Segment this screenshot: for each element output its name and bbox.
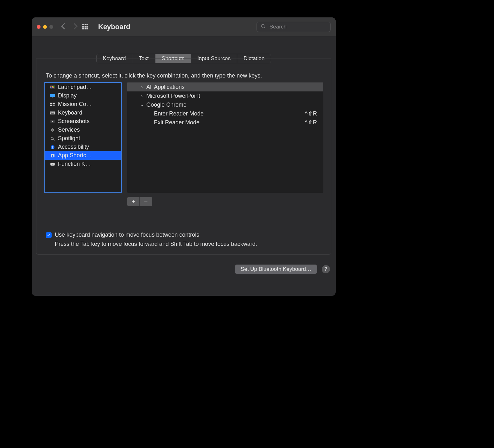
category-label: Function K… (58, 161, 91, 167)
svg-rect-20 (53, 112, 54, 113)
svg-line-1 (264, 27, 265, 28)
svg-rect-14 (53, 104, 55, 106)
remove-button[interactable]: − (140, 197, 152, 206)
search-icon (261, 24, 266, 30)
svg-point-33 (52, 146, 53, 146)
nav-buttons (62, 24, 77, 30)
add-button[interactable]: + (127, 197, 140, 206)
launchpad-icon (50, 85, 55, 90)
spotlight-icon (50, 136, 55, 141)
services-icon (50, 128, 55, 132)
category-list[interactable]: Launchpad…DisplayMission Co…KeyboardScre… (44, 82, 122, 193)
svg-rect-10 (52, 97, 54, 97)
accessibility-icon (50, 145, 55, 149)
preferences-window: Keyboard KeyboardTextShortcutsInput Sour… (32, 17, 336, 296)
shortcut-group-label: Microsoft PowerPoint (146, 93, 200, 99)
svg-rect-6 (50, 87, 51, 88)
instruction-text: To change a shortcut, select it, click t… (46, 72, 323, 79)
shortcut-item[interactable]: Enter Reader Mode^⇧R (127, 109, 323, 118)
shortcut-item[interactable]: Exit Reader Mode^⇧R (127, 118, 323, 127)
svg-rect-18 (52, 112, 53, 113)
category-label: Keyboard (58, 109, 82, 116)
svg-rect-17 (51, 112, 52, 113)
shortcut-item-label: Enter Reader Mode (154, 110, 204, 117)
svg-rect-19 (53, 112, 53, 113)
screenshots-icon (50, 119, 55, 124)
keyboard-nav-subtext: Press the Tab key to move focus forward … (55, 241, 323, 247)
keyboard-nav-label: Use keyboard navigation to move focus be… (55, 232, 199, 238)
shortcut-group-label: Google Chrome (146, 102, 187, 108)
category-launchpad[interactable]: Launchpad… (45, 83, 121, 91)
category-spotlight[interactable]: Spotlight (45, 134, 121, 143)
category-services[interactable]: Services (45, 126, 121, 134)
svg-rect-8 (53, 87, 54, 88)
svg-rect-5 (53, 86, 54, 87)
chevron-right-icon[interactable]: › (140, 84, 144, 90)
svg-point-25 (52, 129, 53, 130)
svg-rect-29 (54, 130, 55, 130)
search-input[interactable] (269, 23, 326, 30)
keyboard-icon (50, 111, 55, 115)
window-controls (37, 25, 53, 29)
category-label: Mission Co… (58, 101, 92, 108)
category-label: Accessibility (58, 144, 89, 150)
svg-rect-15 (50, 111, 55, 114)
shortcut-group[interactable]: ›All Applications (127, 83, 323, 91)
svg-rect-4 (52, 86, 53, 87)
close-button[interactable] (37, 25, 41, 29)
category-label: Launchpad… (58, 84, 92, 90)
bluetooth-keyboard-button[interactable]: Set Up Bluetooth Keyboard… (235, 264, 317, 274)
window-title: Keyboard (98, 23, 130, 31)
forward-button (72, 24, 77, 30)
back-button[interactable] (62, 24, 66, 30)
chevron-right-icon[interactable]: › (140, 93, 144, 98)
shortcuts-pane: To change a shortcut, select it, click t… (36, 59, 331, 255)
svg-rect-9 (50, 94, 55, 97)
shortcut-group-label: All Applications (146, 84, 185, 90)
shortcut-list[interactable]: ›All Applications›Microsoft PowerPoint⌄G… (127, 82, 323, 193)
category-function-k[interactable]: fnFunction K… (45, 160, 121, 168)
svg-point-23 (52, 121, 54, 122)
shortcut-group[interactable]: ›Microsoft PowerPoint (127, 91, 323, 100)
chevron-down-icon[interactable]: ⌄ (140, 102, 144, 107)
svg-rect-16 (50, 112, 51, 113)
shortcut-item-combo[interactable]: ^⇧R (305, 119, 317, 126)
svg-rect-12 (53, 103, 55, 104)
keyboard-nav-checkbox[interactable] (46, 232, 52, 238)
add-remove-toolbar: + − (127, 197, 323, 206)
category-screenshots[interactable]: Screenshots (45, 117, 121, 126)
display-icon (50, 94, 55, 98)
category-label: Display (58, 92, 77, 99)
category-label: Spotlight (58, 135, 80, 142)
svg-rect-27 (52, 131, 53, 132)
shortcut-group[interactable]: ⌄Google Chrome (127, 100, 323, 109)
svg-rect-13 (50, 104, 52, 106)
category-label: App Shortc… (58, 152, 92, 159)
category-keyboard[interactable]: Keyboard (45, 109, 121, 117)
svg-point-0 (261, 24, 264, 27)
help-button[interactable]: ? (322, 265, 330, 273)
shortcut-item-label: Exit Reader Mode (154, 119, 200, 126)
category-accessibility[interactable]: Accessibility (45, 143, 121, 151)
svg-rect-21 (51, 113, 54, 114)
category-label: Screenshots (58, 118, 90, 125)
minimize-button[interactable] (43, 25, 47, 29)
svg-rect-11 (50, 103, 52, 104)
svg-rect-3 (50, 86, 51, 87)
svg-rect-26 (52, 128, 53, 129)
category-label: Services (58, 127, 80, 133)
svg-rect-7 (52, 87, 53, 88)
mission-control-icon (50, 102, 55, 107)
category-mission-co[interactable]: Mission Co… (45, 100, 121, 109)
shortcut-item-combo[interactable]: ^⇧R (305, 110, 317, 117)
app-shortcuts-icon (50, 153, 55, 158)
show-all-button[interactable] (82, 24, 88, 30)
svg-text:fn: fn (52, 164, 53, 165)
category-app-shortc[interactable]: App Shortc… (45, 151, 121, 160)
zoom-button[interactable] (49, 25, 53, 29)
function-keys-icon: fn (50, 162, 55, 166)
search-field[interactable] (256, 22, 331, 32)
svg-rect-28 (50, 130, 51, 130)
svg-line-31 (53, 139, 55, 140)
category-display[interactable]: Display (45, 91, 121, 100)
